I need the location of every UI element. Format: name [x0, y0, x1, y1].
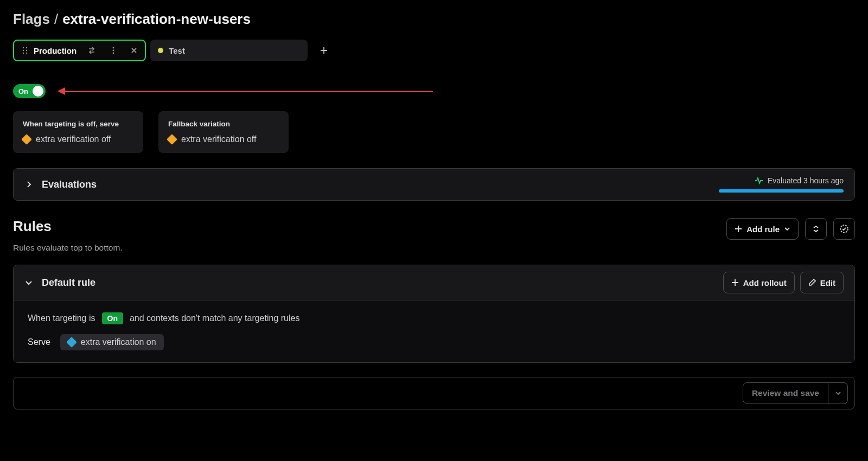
breadcrumb-root[interactable]: Flags: [13, 11, 50, 28]
chevron-down-icon: [835, 390, 841, 396]
env-tab-production[interactable]: Production: [13, 40, 146, 61]
svg-point-0: [23, 47, 24, 48]
environment-tab-row: Production Test: [13, 40, 855, 61]
variation-name: extra verification off: [181, 135, 256, 144]
svg-point-4: [23, 53, 24, 54]
svg-point-6: [113, 47, 114, 49]
variation-icon: [167, 134, 177, 145]
svg-point-2: [23, 50, 24, 51]
env-tab-label: Test: [169, 46, 185, 55]
evaluation-activity-bar: [719, 189, 844, 193]
rule-text-prefix: When targeting is: [28, 313, 95, 323]
close-icon[interactable]: [131, 47, 137, 54]
variation-name: extra verification off: [36, 135, 111, 144]
toggle-state-label: On: [18, 87, 28, 95]
toggle-knob-icon: [33, 86, 43, 97]
button-label: Edit: [820, 278, 835, 287]
collapse-all-button[interactable]: [805, 218, 827, 240]
svg-point-5: [26, 53, 27, 54]
card-label: Fallback variation: [168, 120, 279, 128]
workflow-button[interactable]: [833, 218, 855, 240]
chevron-down-icon: [24, 278, 33, 287]
rules-title: Rules: [13, 218, 52, 235]
targeting-toggle[interactable]: On: [13, 84, 46, 98]
button-label: Review and save: [752, 388, 819, 398]
serve-label: Serve: [28, 337, 50, 347]
fallback-variation-card[interactable]: Fallback variation extra verification of…: [158, 111, 289, 153]
serve-cards-row: When targeting is off, serve extra verif…: [13, 111, 855, 153]
compare-icon[interactable]: [87, 46, 96, 55]
breadcrumb: Flags / extra-verification-new-users: [13, 11, 855, 28]
review-dropdown-button[interactable]: [828, 382, 848, 404]
rules-section-header: Rules Add rule: [13, 218, 855, 240]
env-tab-label: Production: [34, 46, 76, 55]
chevron-down-icon: [784, 226, 790, 232]
breadcrumb-separator: /: [54, 11, 58, 28]
evaluations-panel: Evaluations Evaluated 3 hours ago: [13, 168, 855, 201]
rule-text-suffix: and contexts don't match any targeting r…: [130, 313, 299, 323]
footer-action-bar: Review and save: [13, 377, 855, 409]
evaluation-status-text: Evaluated 3 hours ago: [768, 176, 844, 185]
button-label: Add rollout: [743, 278, 787, 287]
button-label: Add rule: [746, 225, 780, 234]
more-options-icon[interactable]: [112, 47, 114, 54]
pencil-icon: [808, 279, 816, 286]
annotation-arrow: [59, 88, 433, 94]
breadcrumb-leaf: extra-verification-new-users: [62, 11, 251, 28]
drag-handle-icon[interactable]: [22, 47, 28, 54]
chevron-right-icon: [24, 180, 33, 189]
add-rollout-button[interactable]: Add rollout: [723, 272, 795, 293]
default-rule-body: When targeting is On and contexts don't …: [14, 300, 854, 362]
default-rule-title: Default rule: [42, 277, 95, 289]
off-variation-card[interactable]: When targeting is off, serve extra verif…: [13, 111, 143, 153]
default-rule-header[interactable]: Default rule Add rollout Edit: [14, 265, 854, 300]
review-and-save-button[interactable]: Review and save: [743, 382, 828, 404]
card-label: When targeting is off, serve: [23, 120, 133, 128]
edit-rule-button[interactable]: Edit: [800, 272, 844, 293]
svg-point-8: [113, 53, 114, 54]
svg-point-1: [26, 47, 27, 48]
add-rule-button[interactable]: Add rule: [726, 218, 799, 240]
svg-point-7: [113, 50, 114, 52]
variation-name: extra verification on: [81, 337, 156, 347]
evaluations-header[interactable]: Evaluations Evaluated 3 hours ago: [14, 169, 854, 200]
on-state-chip: On: [102, 312, 123, 324]
add-environment-button[interactable]: [316, 43, 331, 58]
default-rule-panel: Default rule Add rollout Edit When targe…: [13, 265, 855, 363]
pulse-icon: [755, 177, 763, 184]
variation-icon: [66, 337, 77, 348]
served-variation-pill[interactable]: extra verification on: [60, 334, 164, 350]
env-tab-test[interactable]: Test: [150, 40, 308, 61]
env-status-dot-icon: [158, 48, 163, 53]
svg-point-3: [26, 50, 27, 51]
variation-icon: [21, 134, 32, 145]
targeting-toggle-row: On: [13, 84, 855, 98]
rules-subtitle: Rules evaluate top to bottom.: [13, 243, 855, 253]
evaluations-title: Evaluations: [42, 179, 97, 190]
